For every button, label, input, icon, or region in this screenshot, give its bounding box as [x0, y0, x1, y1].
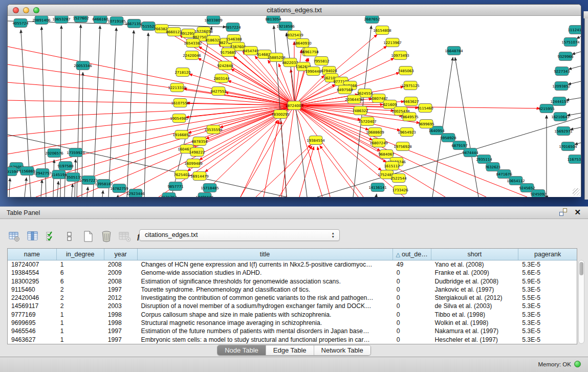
graph-node[interactable]: 9245092 — [530, 190, 546, 198]
scrollbar-thumb[interactable] — [579, 262, 583, 275]
table-row[interactable]: 946554611997Estimation of the future num… — [8, 327, 577, 335]
graph-node[interactable]: 1546388 — [226, 35, 242, 43]
graph-node[interactable]: 10688609 — [366, 128, 384, 137]
graph-node[interactable]: 9131352 — [161, 193, 177, 198]
graph-node[interactable]: 10719185 — [107, 17, 126, 26]
column-header-name[interactable]: name — [8, 249, 57, 260]
graph-node[interactable]: 17359924 — [67, 148, 85, 157]
graph-node[interactable]: 20206576 — [45, 149, 63, 158]
graph-node[interactable]: 1990448 — [305, 67, 321, 76]
graph-node[interactable]: 9699695 — [418, 120, 434, 128]
network-canvas[interactable]: 4055724208914061065328715276026466160107… — [8, 16, 581, 197]
graph-node[interactable]: 9463627 — [403, 97, 419, 106]
graph-node[interactable]: 15720407 — [358, 117, 377, 126]
graph-node[interactable]: 19654923 — [398, 128, 416, 137]
show-columns-icon[interactable] — [26, 230, 39, 244]
table-settings-icon[interactable] — [7, 230, 21, 244]
graph-node[interactable]: 7486322 — [352, 106, 368, 115]
graph-node[interactable]: 18640910 — [293, 39, 312, 48]
column-header-in_degree[interactable]: in_degree — [57, 249, 104, 260]
graph-node[interactable]: 1391594 — [8, 167, 18, 176]
graph-node[interactable]: 1167533 — [567, 155, 581, 164]
graph-node[interactable]: 16154808 — [373, 26, 391, 35]
row-height-icon[interactable] — [62, 230, 76, 244]
resize-grip[interactable] — [573, 188, 580, 195]
close-panel-icon[interactable]: ✕ — [574, 208, 581, 216]
table-row[interactable]: 2242004622012Investigating the contribut… — [8, 294, 577, 302]
graph-node[interactable]: 15692971 — [554, 127, 573, 136]
tab-network-table[interactable]: Network Table — [314, 345, 371, 355]
graph-node[interactable]: 1527602 — [73, 16, 89, 23]
graph-node[interactable]: 7485063 — [398, 67, 413, 75]
graph-node[interactable]: 1112415 — [568, 26, 581, 34]
table-row[interactable]: 1830029562008Estimation of significance … — [8, 277, 577, 286]
graph-node[interactable]: 7955812 — [313, 57, 329, 65]
graph-node[interactable]: 9857771 — [167, 182, 183, 191]
graph-node[interactable]: 4055724 — [12, 19, 29, 28]
graph-node[interactable]: 1615112 — [384, 162, 400, 170]
column-header-out_de[interactable]: △out_de… — [393, 249, 431, 260]
graph-node[interactable]: 9227343 — [554, 67, 570, 76]
graph-node[interactable]: 8660123 — [166, 28, 182, 36]
tab-edge-table[interactable]: Edge Table — [266, 345, 314, 355]
graph-node[interactable]: 20891406 — [32, 16, 51, 25]
graph-node[interactable]: 8427552 — [210, 87, 226, 96]
graph-node[interactable]: 20053346 — [74, 61, 92, 70]
graph-node[interactable]: 16210643 — [551, 113, 570, 121]
graph-node[interactable]: 2522544 — [390, 174, 407, 183]
graph-node[interactable]: 9329966 — [557, 52, 574, 61]
graph-node[interactable]: 16543382 — [184, 39, 202, 48]
tab-node-table[interactable]: Node Table — [217, 345, 266, 355]
graph-node[interactable]: 2687652 — [364, 16, 380, 24]
table-row[interactable]: 1456911722003Disruption of a novel membe… — [8, 302, 577, 310]
new-table-icon[interactable] — [81, 230, 95, 244]
graph-node[interactable]: 9175685 — [220, 48, 236, 57]
minimize-window-button[interactable] — [23, 7, 29, 13]
graph-node[interactable]: 9242848 — [217, 61, 233, 70]
graph-node[interactable]: 12444154 — [550, 97, 569, 106]
graph-node[interactable]: 16033809 — [204, 16, 223, 25]
graph-node[interactable]: 18325419 — [285, 31, 303, 39]
graph-node[interactable]: 16782759 — [110, 184, 128, 193]
graph-node[interactable]: 9197588 — [57, 162, 73, 170]
float-panel-icon[interactable] — [559, 208, 567, 216]
graph-node[interactable]: 19384554 — [307, 136, 325, 145]
table-row[interactable]: 969969511998Structural magnetic resonanc… — [8, 319, 577, 327]
import-table-icon[interactable] — [118, 230, 132, 244]
graph-node[interactable]: 16099489 — [184, 159, 203, 168]
graph-node[interactable]: 10495505 — [195, 193, 214, 198]
graph-node[interactable]: 19756928 — [394, 142, 412, 151]
graph-node[interactable]: 12093852 — [552, 82, 571, 91]
select-columns-icon[interactable] — [44, 230, 58, 244]
graph-node[interactable]: 1498222 — [189, 148, 205, 157]
close-window-button[interactable] — [13, 7, 19, 13]
graph-node[interactable]: 16648784 — [445, 47, 463, 55]
zoom-window-button[interactable] — [33, 7, 39, 13]
graph-node[interactable]: 15751074 — [561, 38, 580, 47]
graph-node[interactable]: 18724007 — [285, 101, 303, 110]
column-header-short[interactable]: short — [431, 249, 519, 260]
graph-node[interactable]: 15718485 — [201, 184, 219, 192]
column-header-year[interactable]: year — [104, 249, 138, 260]
graph-node[interactable]: 16914479 — [190, 172, 209, 181]
table-scrollbar[interactable] — [578, 260, 584, 344]
graph-node[interactable]: 12213967 — [383, 38, 402, 47]
graph-node[interactable]: 1733426 — [392, 186, 408, 194]
graph-node[interactable]: 2803144 — [213, 74, 230, 83]
table-row[interactable]: 946362711997Embryonic stem cells: a mode… — [8, 336, 577, 344]
graph-node[interactable]: 8878354 — [191, 137, 208, 146]
graph-node[interactable]: 22420046 — [183, 51, 201, 60]
graph-node[interactable]: 10653287 — [52, 16, 71, 24]
graph-node[interactable]: 6497568 — [337, 85, 353, 94]
graph-node[interactable]: 6961758 — [302, 48, 318, 56]
graph-node[interactable]: 10973493 — [391, 51, 409, 60]
graph-node[interactable]: 5958928 — [440, 134, 456, 142]
network-window-titlebar[interactable]: citations_edges.txt — [8, 5, 581, 16]
graph-node[interactable]: 12942757 — [33, 169, 52, 178]
column-header-title[interactable]: title — [138, 249, 393, 260]
graph-node[interactable]: 1156869 — [19, 167, 35, 176]
graph-node[interactable]: 16107550 — [171, 99, 189, 107]
graph-node[interactable]: 18649575 — [400, 113, 419, 121]
graph-node[interactable]: 9115460 — [417, 104, 433, 113]
delete-table-icon[interactable] — [99, 230, 113, 244]
